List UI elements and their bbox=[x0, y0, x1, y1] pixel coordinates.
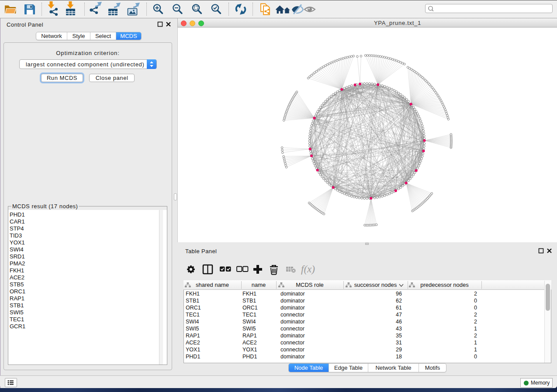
svg-text:f(x): f(x) bbox=[301, 264, 315, 275]
